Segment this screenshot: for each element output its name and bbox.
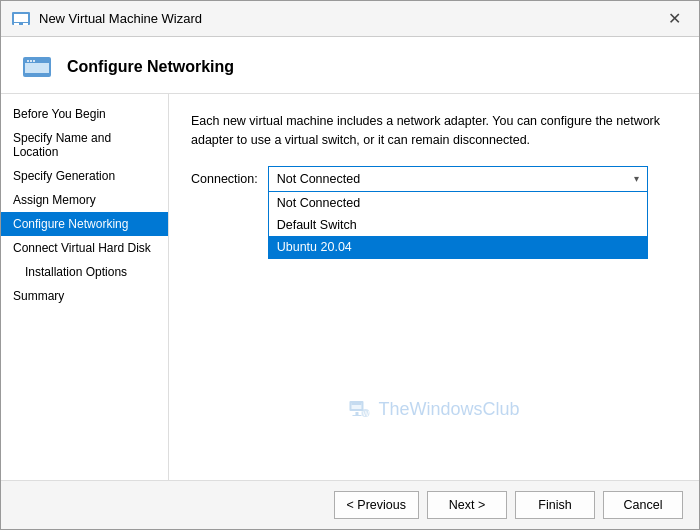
dropdown-menu: Not Connected Default Switch Ubuntu 20.0… [268,191,648,259]
content-area: Before You Begin Specify Name and Locati… [1,94,699,480]
sidebar-item-before-you-begin[interactable]: Before You Begin [1,102,168,126]
header-icon [21,53,53,81]
dropdown-selected-value: Not Connected [277,172,360,186]
page-title: Configure Networking [67,58,234,76]
page-header: Configure Networking [1,37,699,94]
svg-point-9 [33,60,35,62]
finish-button[interactable]: Finish [515,491,595,519]
watermark-text: TheWindowsClub [378,399,519,420]
window: New Virtual Machine Wizard ✕ Configure N… [0,0,700,530]
dropdown-option-default-switch[interactable]: Default Switch [269,214,647,236]
svg-text:W: W [362,410,369,417]
svg-point-7 [27,60,29,62]
sidebar-item-specify-generation[interactable]: Specify Generation [1,164,168,188]
dropdown-arrow-icon: ▾ [634,173,639,184]
svg-rect-14 [352,415,361,416]
previous-button[interactable]: < Previous [334,491,419,519]
cancel-button[interactable]: Cancel [603,491,683,519]
connection-dropdown-wrapper: Not Connected ▾ Not Connected Default Sw… [268,166,648,192]
sidebar: Before You Begin Specify Name and Locati… [1,94,169,480]
sidebar-item-connect-vhd[interactable]: Connect Virtual Hard Disk [1,236,168,260]
main-content: Each new virtual machine includes a netw… [169,94,699,480]
svg-rect-2 [14,23,19,25]
connection-row: Connection: Not Connected ▾ Not Connecte… [191,166,677,192]
svg-point-8 [30,60,32,62]
sidebar-item-summary[interactable]: Summary [1,284,168,308]
title-bar: New Virtual Machine Wizard ✕ [1,1,699,37]
sidebar-item-specify-name[interactable]: Specify Name and Location [1,126,168,164]
window-icon [11,11,31,27]
svg-rect-1 [14,14,28,22]
window-title: New Virtual Machine Wizard [39,11,659,26]
watermark: W TheWindowsClub [348,398,519,420]
description-text: Each new virtual machine includes a netw… [191,112,677,150]
connection-label: Connection: [191,172,258,186]
dropdown-option-not-connected[interactable]: Not Connected [269,192,647,214]
close-button[interactable]: ✕ [659,4,689,34]
svg-rect-12 [351,403,361,405]
connection-dropdown[interactable]: Not Connected ▾ [268,166,648,192]
footer: < Previous Next > Finish Cancel [1,480,699,529]
sidebar-item-assign-memory[interactable]: Assign Memory [1,188,168,212]
dropdown-option-ubuntu[interactable]: Ubuntu 20.04 [269,236,647,258]
next-button[interactable]: Next > [427,491,507,519]
sidebar-item-configure-networking[interactable]: Configure Networking [1,212,168,236]
svg-rect-13 [355,412,358,415]
sidebar-item-installation-options[interactable]: Installation Options [1,260,168,284]
svg-rect-3 [23,23,28,25]
